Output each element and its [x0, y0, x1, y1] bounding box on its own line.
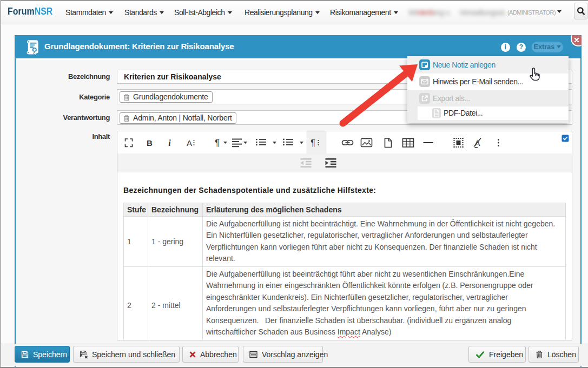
svg-text:¶: ¶ — [310, 138, 315, 148]
svg-text:¶: ¶ — [215, 138, 220, 148]
svg-text:A: A — [187, 138, 192, 148]
svg-text:B: B — [147, 138, 153, 148]
svg-text:i: i — [168, 138, 171, 148]
